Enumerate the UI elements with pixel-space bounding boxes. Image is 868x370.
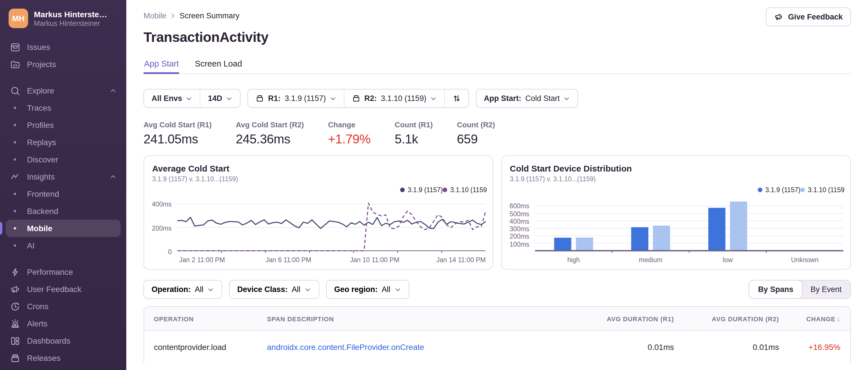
column-header-avg-duration-r1-[interactable]: AVG DURATION (R1) — [569, 315, 674, 322]
breadcrumb-current: Screen Summary — [180, 11, 240, 20]
avg-cold-start-panel: Average Cold Start 3.1.9 (1157) v. 3.1.1… — [144, 156, 493, 270]
sidebar-item-insights[interactable]: Insights — [0, 168, 126, 185]
org-name: Markus Hintersteiner — [34, 19, 108, 27]
avatar: MH — [9, 9, 28, 28]
column-header-span-description[interactable]: SPAN DESCRIPTION — [257, 315, 569, 322]
x-axis-labels: highmediumlowUnknown — [535, 257, 843, 265]
insights-icon — [9, 171, 21, 182]
active-indicator — [0, 222, 2, 235]
legend-item[interactable]: 3.1.9 (1157) — [400, 187, 443, 193]
sidebar-item-label: AI — [27, 241, 34, 250]
stat-value: 245.36ms — [236, 132, 304, 147]
chevron-down-icon — [563, 95, 570, 102]
table-row: contentprovider.loadandroidx.core.conten… — [144, 330, 850, 363]
sidebar-item-replays[interactable]: Replays — [0, 134, 126, 151]
column-header-operation[interactable]: OPERATION — [144, 315, 257, 322]
sidebar-item-performance[interactable]: Performance — [0, 263, 126, 280]
sidebar-spacer — [0, 73, 126, 82]
chart-title: Cold Start Device Distribution — [510, 164, 842, 173]
package-icon — [255, 94, 264, 103]
stat-value: 659 — [457, 132, 495, 147]
sidebar-item-frontend[interactable]: Frontend — [0, 185, 126, 202]
sidebar-item-label: Projects — [27, 60, 56, 69]
sidebar-item-label: Traces — [27, 103, 51, 112]
legend-dot-icon — [443, 188, 447, 192]
bullet-icon — [9, 228, 21, 230]
chart-legend: 3.1.9 (1157)3.1.10 (1159 — [400, 187, 487, 193]
toggle-by-event[interactable]: By Event — [802, 280, 850, 298]
table-filters: Operation:AllDevice Class:AllGeo region:… — [144, 280, 409, 299]
daterange-value: 14D — [208, 94, 222, 103]
daterange-selector[interactable]: 14D — [200, 90, 240, 107]
chevron-right-icon — [171, 12, 175, 19]
bar-chart-plot — [535, 199, 843, 253]
sidebar-item-crons[interactable]: Crons — [0, 298, 126, 315]
appstart-type-selector[interactable]: App Start: Cold Start — [476, 90, 578, 107]
bullet-icon — [9, 141, 21, 143]
y-tick-label: 200ms — [152, 225, 172, 232]
sidebar-item-label: Alerts — [27, 319, 48, 328]
cell-span-description-link[interactable]: androidx.core.content.FileProvider.onCre… — [257, 342, 569, 351]
stats-row: Avg Cold Start (R1)241.05msAvg Cold Star… — [144, 121, 851, 147]
line-chart-plot — [177, 199, 486, 253]
filter-label: Device Class: — [237, 285, 288, 294]
sidebar-item-dashboards[interactable]: Dashboards — [0, 332, 126, 349]
sidebar-item-alerts[interactable]: Alerts — [0, 315, 126, 332]
sidebar-item-releases[interactable]: Releases — [0, 349, 126, 367]
r2-value: 3.1.10 (1159) — [381, 94, 427, 103]
device-class-filter[interactable]: Device Class:All — [229, 280, 319, 299]
filter-label: Geo region: — [334, 285, 378, 294]
swap-releases-button[interactable] — [444, 90, 468, 107]
sidebar-item-mobile[interactable]: Mobile — [6, 220, 121, 237]
user-menu[interactable]: MH Markus Hintersteiner Markus Hinterste… — [0, 0, 126, 34]
legend-item[interactable]: 3.1.9 (1157) — [758, 187, 800, 193]
sidebar-item-projects[interactable]: Projects — [0, 56, 126, 73]
sidebar-item-backend[interactable]: Backend — [0, 202, 126, 220]
toggle-by-spans[interactable]: By Spans — [749, 280, 803, 299]
x-tick-label: high — [567, 257, 580, 263]
stat-label: Change — [328, 121, 371, 129]
geo-region-filter[interactable]: Geo region:All — [326, 280, 409, 299]
column-header-avg-duration-r2-[interactable]: AVG DURATION (R2) — [674, 315, 779, 322]
charts-row: Average Cold Start 3.1.9 (1157) v. 3.1.1… — [144, 156, 851, 270]
bullet-icon — [9, 124, 21, 126]
bullet-icon — [9, 245, 21, 247]
release-r1-selector[interactable]: R1: 3.1.9 (1157) — [248, 90, 344, 107]
sidebar-item-issues[interactable]: Issues — [0, 38, 126, 56]
x-tick-label: Jan 2 11:00 PM — [179, 257, 225, 263]
sidebar-item-discover[interactable]: Discover — [0, 151, 126, 168]
chevron-down-icon — [430, 95, 437, 102]
breadcrumb-mobile[interactable]: Mobile — [144, 11, 166, 20]
legend-item[interactable]: 3.1.10 (1159 — [443, 187, 487, 193]
appstart-label: App Start: — [484, 94, 521, 103]
y-tick-label: 600ms — [509, 203, 529, 210]
release-r2-selector[interactable]: R2: 3.1.10 (1159) — [344, 90, 444, 107]
chevron-down-icon — [304, 286, 311, 293]
stat-change: Change+1.79% — [328, 121, 371, 147]
y-axis-labels: 600ms500ms400ms300ms200ms100ms — [506, 199, 533, 253]
package-icon — [352, 94, 360, 103]
tab-screen-load[interactable]: Screen Load — [194, 59, 243, 74]
sidebar-item-ai[interactable]: AI — [0, 237, 126, 254]
bullet-icon — [9, 107, 21, 109]
filter-value: All — [195, 285, 204, 294]
y-tick-label: 500ms — [509, 210, 529, 217]
legend-item[interactable]: 3.1.10 (1159 — [801, 187, 844, 193]
give-feedback-button[interactable]: Give Feedback — [766, 7, 851, 26]
sidebar-item-traces[interactable]: Traces — [0, 99, 126, 116]
sidebar-item-explore[interactable]: Explore — [0, 82, 126, 99]
sidebar-item-label: Frontend — [27, 189, 59, 199]
tab-app-start[interactable]: App Start — [144, 59, 179, 74]
environment-selector[interactable]: All Envs — [144, 90, 200, 107]
device-distribution-panel: Cold Start Device Distribution 3.1.9 (11… — [501, 156, 851, 270]
spans-table: OPERATIONSPAN DESCRIPTIONAVG DURATION (R… — [144, 306, 851, 363]
stat-count-r2-: Count (R2)659 — [457, 121, 495, 147]
sidebar-item-user-feedback[interactable]: User Feedback — [0, 280, 126, 298]
sidebar-item-profiles[interactable]: Profiles — [0, 116, 126, 134]
operation-filter[interactable]: Operation:All — [144, 280, 222, 299]
chevron-up-icon[interactable] — [109, 173, 117, 181]
column-header-change[interactable]: CHANGE↓ — [779, 315, 850, 323]
sidebar-item-label: Releases — [27, 354, 61, 363]
chevron-up-icon[interactable] — [109, 87, 117, 95]
crons-icon — [9, 301, 21, 312]
